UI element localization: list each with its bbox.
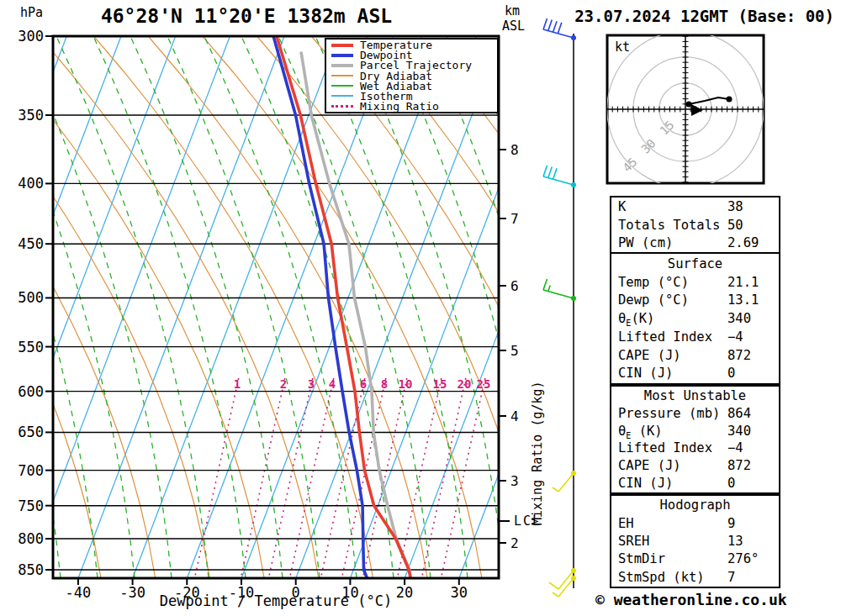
panel-row-value: −4 (727, 440, 743, 456)
panel-row-value: 872 (727, 457, 751, 474)
copyright-label: © weatheronline.co.uk (595, 591, 787, 608)
panel-row-value: 38 (727, 198, 743, 215)
wind-barb (543, 166, 576, 187)
pressure-tick-label: 700 (10, 462, 44, 479)
panel-row-value: 0 (727, 365, 735, 382)
panel-row: Totals Totals50 (611, 217, 779, 234)
km-axis-unit: km (505, 3, 520, 18)
mixing-ratio-tick-label: 4 (321, 377, 343, 391)
mixing-ratio-tick-label: 8 (373, 377, 395, 391)
panel-row-value: 13.1 (727, 292, 759, 308)
legend-line-sample (331, 85, 353, 87)
panel-row-label: Pressure (mb) (618, 406, 720, 421)
panel-row-label: StmDir (618, 551, 665, 566)
pressure-tick-label: 500 (10, 289, 44, 306)
panel-row-label: PW (cm) (618, 235, 673, 250)
panel-row-value: 2.69 (727, 234, 759, 251)
mixing-ratio-tick-label: 10 (394, 377, 416, 391)
panel-row-label: CAPE (J) (618, 458, 681, 473)
panel-row-label: Totals Totals (618, 218, 720, 233)
mixing-ratio-axis-title: Mixing Ratio (g/kg) (530, 290, 545, 525)
km-tick-label: 2 (510, 535, 536, 551)
date-title: 23.07.2024 12GMT (Base: 00) (538, 7, 834, 25)
panel-row-value: 872 (727, 347, 751, 364)
mixing-ratio-tick-label: 3 (300, 377, 322, 391)
mixing-ratio-tick-label: 6 (352, 377, 374, 391)
panel-row: CIN (J)0 (611, 475, 779, 492)
pressure-tick-label: 800 (10, 530, 44, 547)
panel-title: Hodograph (611, 497, 779, 513)
panel-row-label: Lifted Index (618, 329, 712, 345)
pressure-gridlines (45, 36, 510, 585)
panel-row-value: 864 (727, 405, 751, 422)
skewt-sounding-page: hPa 46°28'N 11°20'E 1382m ASL km ASL 23.… (0, 0, 841, 616)
panel-row-label: Temp (°C) (618, 275, 689, 290)
hodograph-unit-label: kt (615, 39, 630, 55)
panel-title: Most Unstable (611, 387, 779, 404)
legend-line-sample (331, 105, 353, 108)
panel-row-value: 21.1 (727, 274, 759, 291)
panel-row-label: θE (K) (618, 424, 663, 439)
panel-row-value: 50 (727, 217, 743, 234)
asl-axis-unit: ASL (502, 18, 525, 34)
panel-row: Lifted Index−4 (611, 329, 779, 345)
panel-row-value: 340 (727, 423, 751, 440)
panel-title: Surface (611, 255, 779, 272)
panel-row-label: CIN (J) (618, 366, 673, 381)
legend-line-sample (331, 95, 353, 97)
panel-row: CIN (J)0 (611, 365, 779, 382)
legend-line-sample (331, 54, 353, 57)
legend-line-sample (331, 75, 353, 76)
mixing-ratio-tick-label: 25 (473, 377, 495, 391)
panel-row: StmSpd (kt)7 (611, 569, 779, 586)
panel-row-label: CIN (J) (618, 476, 673, 491)
panel-row-label: θE(K) (618, 311, 654, 326)
x-axis-title: Dewpoint / Temperature (°C) (53, 592, 499, 609)
mixing-ratio-tick-label: 2 (272, 377, 294, 391)
panel-row-value: 7 (727, 569, 735, 586)
panel-row: Pressure (mb)864 (611, 405, 779, 422)
stats-panel: HodographEH9SREH13StmDir276°StmSpd (kt)7 (610, 494, 780, 588)
panel-row: θE(K)340 (611, 310, 779, 327)
wind-barb-column (543, 18, 576, 597)
stats-panel: Most UnstablePressure (mb)864θE (K)340Li… (610, 385, 780, 494)
panel-row-label: SREH (618, 534, 649, 549)
panel-row: K38 (611, 198, 779, 215)
dewpoint-curve (273, 36, 367, 578)
wind-barb (553, 576, 576, 597)
panel-row: Lifted Index−4 (611, 440, 779, 456)
panel-row-value: 0 (727, 475, 735, 492)
panel-row-value: 340 (727, 310, 751, 327)
panel-row: θE (K)340 (611, 423, 779, 440)
legend-line-sample (331, 44, 353, 47)
panel-row-label: CAPE (J) (618, 348, 681, 363)
pressure-tick-label: 300 (10, 28, 44, 45)
km-tick-label: 7 (510, 211, 536, 227)
panel-row: PW (cm)2.69 (611, 234, 779, 251)
km-tick-label: 8 (510, 142, 536, 158)
panel-row-value: 276° (727, 550, 759, 567)
pressure-tick-label: 400 (10, 175, 44, 192)
panel-row-value: 9 (727, 515, 735, 532)
chart-legend: TemperatureDewpointParcel TrajectoryDry … (325, 38, 499, 113)
lcl-label: LCL (514, 513, 542, 529)
panel-row-label: StmSpd (kt) (618, 570, 705, 585)
panel-row: StmDir276° (611, 550, 779, 567)
wind-barb (553, 471, 576, 492)
mixing-ratio-tick-label: 1 (226, 377, 248, 391)
panel-row-label: K (618, 199, 626, 214)
panel-row-label: EH (618, 516, 634, 531)
stats-panel: K38Totals Totals50PW (cm)2.69 (610, 196, 780, 254)
panel-row: SREH13 (611, 533, 779, 550)
pressure-tick-label: 550 (10, 339, 44, 355)
page-title: 46°28'N 11°20'E 1382m ASL (53, 5, 440, 27)
pressure-tick-label: 350 (10, 107, 44, 124)
panel-row: Temp (°C)21.1 (611, 274, 779, 291)
legend-label: Mixing Ratio (360, 100, 439, 113)
pressure-axis-unit: hPa (20, 5, 43, 20)
panel-row-value: 13 (727, 533, 743, 550)
pressure-tick-label: 600 (10, 383, 44, 400)
mixing-ratio-tick-label: 15 (429, 377, 451, 391)
pressure-tick-label: 450 (10, 235, 44, 252)
panel-row-label: Lifted Index (618, 440, 712, 455)
